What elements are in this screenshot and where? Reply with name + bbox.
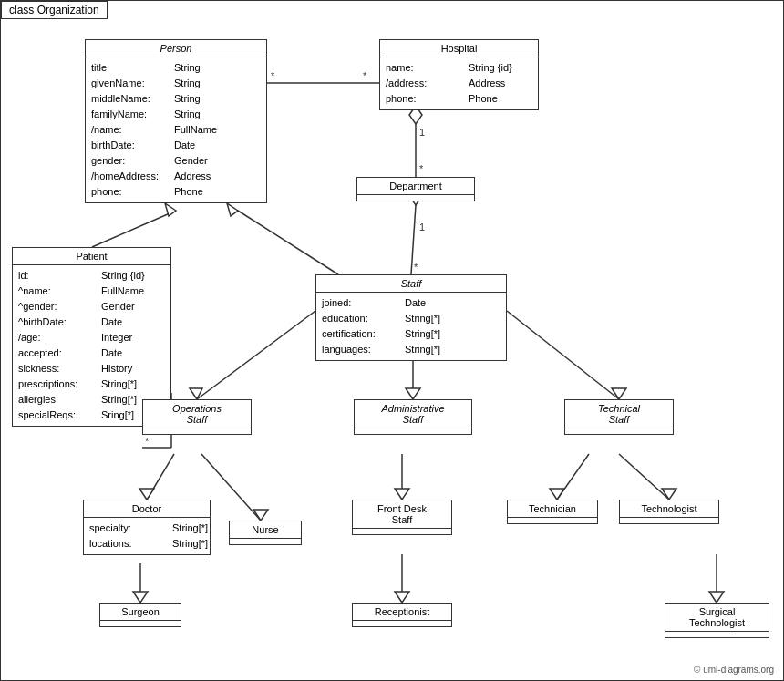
svg-line-31 [557, 454, 589, 500]
svg-text:*: * [419, 163, 424, 174]
svg-marker-28 [253, 510, 268, 521]
class-receptionist: Receptionist [352, 603, 452, 627]
class-staff-attrs: joined:Date education:String[*] certific… [316, 293, 506, 360]
class-technician: Technician [507, 500, 598, 524]
svg-text:*: * [414, 262, 418, 273]
class-hospital: Hospital name:String {id} /address:Addre… [379, 39, 539, 110]
class-staff: Staff joined:Date education:String[*] ce… [315, 274, 507, 361]
class-doctor-attrs: specialty:String[*] locations:String[*] [84, 518, 210, 554]
svg-line-23 [507, 311, 619, 399]
class-staff-name: Staff [316, 275, 506, 293]
svg-marker-22 [406, 388, 420, 399]
class-front-desk-name: Front DeskStaff [353, 500, 451, 529]
class-front-desk: Front DeskStaff [352, 500, 452, 535]
svg-line-7 [411, 205, 416, 274]
svg-text:*: * [145, 436, 150, 447]
svg-marker-32 [550, 489, 564, 500]
svg-text:1: 1 [419, 127, 425, 138]
svg-marker-26 [139, 489, 154, 500]
svg-marker-20 [190, 388, 202, 399]
class-department-attrs [357, 195, 474, 201]
class-doctor: Doctor specialty:String[*] locations:Str… [83, 500, 211, 555]
class-technical-staff-attrs [565, 428, 673, 434]
svg-marker-14 [227, 203, 238, 216]
class-receptionist-attrs [353, 621, 451, 626]
class-technician-name: Technician [508, 500, 597, 518]
svg-marker-40 [709, 592, 724, 603]
svg-line-11 [92, 211, 176, 247]
class-department-name: Department [357, 178, 474, 195]
svg-marker-36 [133, 592, 148, 603]
class-receptionist-name: Receptionist [353, 604, 451, 621]
class-nurse-name: Nurse [230, 521, 301, 539]
class-department: Department [356, 177, 475, 201]
class-admin-staff-attrs [355, 428, 471, 434]
class-front-desk-attrs [353, 529, 451, 534]
class-technician-attrs [508, 518, 597, 523]
class-operations-staff: OperationsStaff [142, 399, 252, 435]
class-nurse: Nurse [229, 521, 302, 545]
svg-line-33 [619, 454, 669, 500]
copyright: © uml-diagrams.org [694, 665, 774, 675]
class-surgical-technologist: SurgicalTechnologist [665, 603, 769, 638]
svg-marker-30 [395, 489, 409, 500]
class-operations-staff-attrs [143, 428, 251, 434]
class-surgeon-attrs [100, 621, 181, 626]
class-person-name: Person [86, 40, 266, 57]
class-technologist-name: Technologist [620, 500, 718, 518]
class-surgical-technologist-attrs [665, 632, 769, 637]
class-surgical-technologist-name: SurgicalTechnologist [665, 604, 769, 632]
class-technologist-attrs [620, 518, 718, 523]
svg-line-13 [238, 211, 338, 274]
class-person: Person title:String givenName:String mid… [85, 39, 267, 203]
svg-line-19 [197, 311, 315, 399]
svg-marker-38 [395, 592, 409, 603]
diagram-title: class Organization [1, 1, 108, 19]
class-hospital-attrs: name:String {id} /address:Address phone:… [380, 57, 538, 109]
class-nurse-attrs [230, 539, 301, 544]
svg-line-25 [147, 454, 174, 500]
svg-text:1: 1 [419, 222, 425, 232]
svg-marker-34 [662, 489, 676, 500]
svg-marker-24 [612, 388, 626, 399]
svg-text:*: * [271, 70, 275, 81]
class-hospital-name: Hospital [380, 40, 538, 57]
diagram-container: class Organization * * 1 * 1 * [0, 0, 784, 681]
svg-marker-12 [165, 203, 176, 216]
class-admin-staff-name: AdministrativeStaff [355, 400, 471, 428]
class-admin-staff: AdministrativeStaff [354, 399, 472, 435]
class-technical-staff-name: TechnicalStaff [565, 400, 673, 428]
class-operations-staff-name: OperationsStaff [143, 400, 251, 428]
class-technical-staff: TechnicalStaff [564, 399, 674, 435]
class-surgeon: Surgeon [99, 603, 181, 627]
class-patient-name: Patient [13, 248, 170, 265]
class-doctor-name: Doctor [84, 500, 210, 518]
svg-text:*: * [363, 70, 367, 81]
class-surgeon-name: Surgeon [100, 604, 181, 621]
class-technologist: Technologist [619, 500, 719, 524]
class-person-attrs: title:String givenName:String middleName… [86, 57, 266, 202]
